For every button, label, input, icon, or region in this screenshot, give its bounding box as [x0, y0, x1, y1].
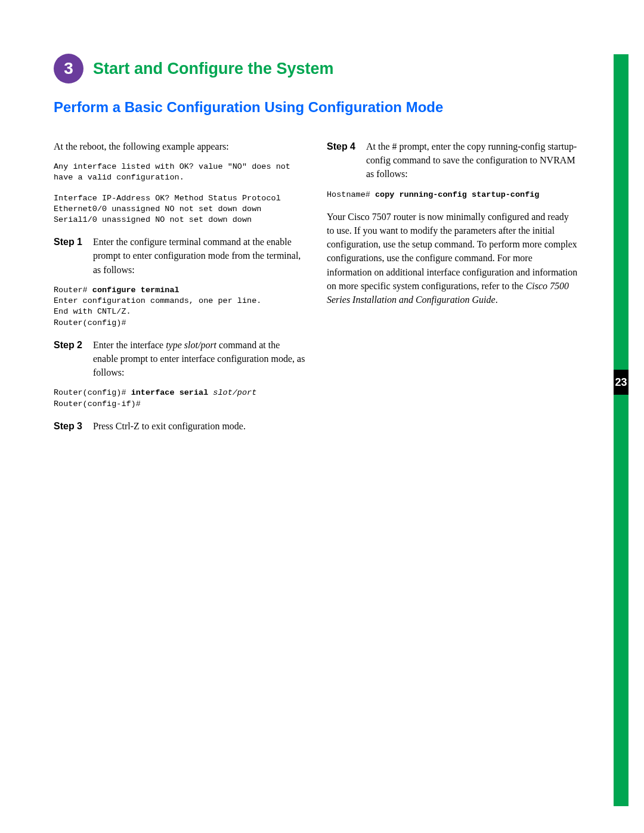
content-columns: At the reboot, the following example app… — [54, 140, 578, 441]
step-2-text-a: Enter the interface — [93, 340, 166, 350]
step-2-body: Enter the interface type slot/port comma… — [93, 338, 305, 380]
chapter-header: 3 Start and Configure the System — [54, 54, 608, 83]
code-prompt: Router(config)# — [54, 388, 131, 397]
code-output: Enter configuration commands, one per li… — [54, 296, 261, 327]
step-2-text-italic: type slot/port — [166, 340, 216, 350]
code-prompt: Hostname# — [327, 190, 375, 199]
column-right: Step 4 At the # prompt, enter the copy r… — [327, 140, 578, 441]
chapter-title: Start and Configure the System — [93, 60, 334, 78]
step-3-label: Step 3 — [54, 419, 82, 433]
step-4: Step 4 At the # prompt, enter the copy r… — [327, 140, 578, 181]
column-left: At the reboot, the following example app… — [54, 140, 305, 441]
sidebar-green-stripe — [614, 54, 628, 806]
code-block-intro-2: Interface IP-Address OK? Method Status P… — [54, 193, 305, 226]
code-block-intro-1: Any interface listed with OK? value "NO"… — [54, 162, 305, 183]
step-2: Step 2 Enter the interface type slot/por… — [54, 338, 305, 380]
code-block-step1: Router# configure terminal Enter configu… — [54, 285, 305, 329]
step-4-body: At the # prompt, enter the copy running-… — [366, 140, 578, 181]
intro-text: At the reboot, the following example app… — [54, 140, 305, 153]
code-output: Router(config-if)# — [54, 400, 141, 408]
closing-text-b: . — [496, 295, 498, 305]
step-3: Step 3 Press Ctrl-Z to exit configuratio… — [54, 419, 305, 433]
code-block-step2: Router(config)# interface serial slot/po… — [54, 388, 305, 409]
code-command: interface serial — [131, 388, 209, 397]
section-title: Perform a Basic Configuration Using Conf… — [54, 99, 608, 116]
step-1-body: Enter the configure terminal command at … — [93, 235, 305, 277]
code-block-step4: Hostname# copy running-config startup-co… — [327, 190, 578, 200]
code-command: copy running-config startup-config — [375, 190, 539, 199]
chapter-number-badge: 3 — [54, 54, 83, 83]
step-4-label: Step 4 — [327, 140, 355, 181]
step-1-label: Step 1 — [54, 235, 82, 277]
step-1: Step 1 Enter the configure terminal comm… — [54, 235, 305, 277]
step-3-body: Press Ctrl-Z to exit configuration mode. — [93, 419, 305, 433]
closing-text-a: Your Cisco 7507 router is now minimally … — [327, 212, 577, 291]
closing-paragraph: Your Cisco 7507 router is now minimally … — [327, 210, 578, 306]
step-2-label: Step 2 — [54, 338, 82, 380]
code-command: configure terminal — [92, 286, 179, 295]
page: 23 3 Start and Configure the System Perf… — [0, 0, 644, 833]
page-number-badge: 23 — [614, 370, 628, 395]
code-arg: slot/port — [213, 388, 256, 397]
code-prompt: Router# — [54, 286, 92, 295]
